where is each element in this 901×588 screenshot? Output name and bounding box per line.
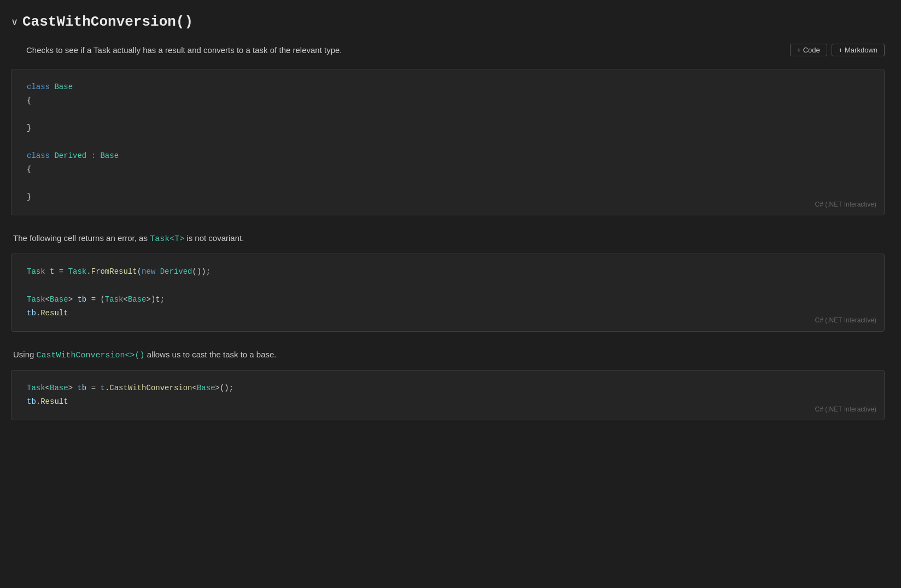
code-token: Derived	[54, 151, 86, 160]
code-block-3: Task<Base> tb = t.CastWithConversion<Bas…	[11, 370, 885, 420]
code-token: Task	[105, 295, 124, 304]
add-markdown-button[interactable]: + Markdown	[832, 44, 885, 56]
code-token: Task	[27, 295, 45, 304]
code-token: Base	[197, 384, 215, 392]
code-lines-1: class Base{}class Derived : Base{}	[27, 80, 869, 204]
prose3-highlight: CastWithConversion<>()	[37, 351, 145, 360]
code-line: tb.Result	[27, 395, 869, 409]
code-line: Task<Base> tb = t.CastWithConversion<Bas…	[27, 381, 869, 395]
prose2-before: The following cell returns an error, as	[13, 233, 150, 243]
chevron-icon[interactable]: ∨	[11, 14, 18, 30]
code-token: Base	[50, 384, 68, 392]
toolbar: + Code + Markdown	[790, 44, 885, 56]
code-token: {	[27, 96, 31, 105]
code-token: =	[54, 267, 68, 276]
code-token: :	[91, 151, 96, 160]
code-token: tb	[27, 397, 36, 406]
prose2-after: is not covariant.	[184, 233, 244, 243]
code-token: Derived	[160, 267, 192, 276]
add-code-button[interactable]: + Code	[790, 44, 827, 56]
code-token: =	[86, 384, 100, 392]
code-token: tb	[77, 295, 86, 304]
code-token: >	[68, 384, 78, 392]
code-line: {	[27, 94, 869, 108]
page-container: ∨ CastWithConversion() 🖐 Checks to see i…	[0, 0, 901, 458]
code-token: >	[68, 295, 78, 304]
lang-label-1: C# (.NET Interactive)	[815, 199, 876, 211]
code-token: Base	[100, 151, 119, 160]
code-line: Task<Base> tb = (Task<Base>)t;	[27, 293, 869, 307]
code-token: Base	[128, 295, 147, 304]
code-line: class Base	[27, 80, 869, 94]
code-token: Task	[27, 267, 45, 276]
code-token: ());	[192, 267, 211, 276]
code-token	[86, 151, 91, 160]
code-token: tb	[27, 309, 36, 317]
code-block-1: class Base{}class Derived : Base{} C# (.…	[11, 69, 885, 216]
code-token: class	[27, 83, 50, 91]
prose3-before: Using	[13, 350, 37, 359]
code-token: Task	[27, 384, 45, 392]
code-block-2: Task t = Task.FromResult(new Derived());…	[11, 254, 885, 332]
code-lines-2: Task t = Task.FromResult(new Derived());…	[27, 265, 869, 320]
code-token: Task	[68, 267, 87, 276]
code-token: <	[192, 384, 197, 392]
code-token: .	[86, 267, 91, 276]
code-token: FromResult	[91, 267, 137, 276]
code-token: .	[36, 309, 40, 317]
code-token: }	[27, 124, 31, 132]
prose-text-3: Using CastWithConversion<>() allows us t…	[11, 348, 885, 362]
code-token: tb	[77, 384, 86, 392]
empty-line	[27, 135, 869, 149]
code-line: tb.Result	[27, 307, 869, 320]
code-token: (	[137, 267, 142, 276]
code-token: Result	[40, 397, 68, 406]
code-token: }	[27, 192, 31, 201]
code-token: {	[27, 165, 31, 174]
lang-label-3: C# (.NET Interactive)	[815, 404, 876, 416]
section-header: ∨ CastWithConversion()	[11, 11, 885, 34]
code-token: .	[36, 397, 40, 406]
prose-toolbar-row: 🖐 Checks to see if a Task actually has a…	[11, 44, 885, 64]
code-line: }	[27, 190, 869, 204]
code-token: Base	[50, 295, 68, 304]
code-line: {	[27, 163, 869, 177]
code-token: <	[45, 384, 50, 392]
code-token: Result	[40, 309, 68, 317]
code-token: class	[27, 151, 50, 160]
empty-line	[27, 177, 869, 190]
code-token: Base	[54, 83, 73, 91]
prose-text-2: The following cell returns an error, as …	[11, 232, 885, 246]
empty-line	[27, 108, 869, 121]
prose-text-1: Checks to see if a Task actually has a r…	[11, 44, 790, 57]
code-token: >)	[146, 295, 155, 304]
code-line: class Derived : Base	[27, 149, 869, 163]
code-token	[155, 267, 160, 276]
code-line: Task t = Task.FromResult(new Derived());	[27, 265, 869, 279]
empty-line	[27, 279, 869, 292]
code-token: ;	[160, 295, 165, 304]
code-token: t	[100, 384, 104, 392]
prose3-after: allows us to cast the task to a base.	[145, 350, 277, 359]
code-token: >();	[215, 384, 234, 392]
lang-label-2: C# (.NET Interactive)	[815, 315, 876, 327]
section-title: CastWithConversion()	[22, 11, 193, 34]
code-token: = (	[86, 295, 105, 304]
code-token: <	[123, 295, 127, 304]
prose2-highlight: Task<T>	[150, 234, 184, 244]
code-token: CastWithConversion	[109, 384, 192, 392]
code-token: t	[155, 295, 160, 304]
code-token: new	[142, 267, 155, 276]
code-line: }	[27, 121, 869, 135]
code-lines-3: Task<Base> tb = t.CastWithConversion<Bas…	[27, 381, 869, 409]
code-token: <	[45, 295, 50, 304]
code-token	[45, 267, 50, 276]
